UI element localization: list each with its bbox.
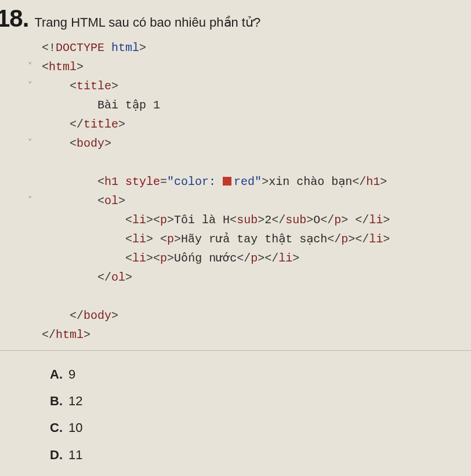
option-c[interactable]: C.10 <box>50 415 471 441</box>
option-value: 11 <box>68 448 82 462</box>
option-label: D. <box>50 448 63 462</box>
option-label: C. <box>50 420 63 435</box>
question-number: 18. <box>0 5 28 32</box>
code-line: <li> <p>Hãy rửa tay thật sạch</p></li> <box>42 230 471 249</box>
code-line: <body> <box>42 134 471 153</box>
code-line <box>42 287 471 306</box>
answer-options: A.9 B.12 C.10 D.11 <box>0 361 471 468</box>
code-line: <li><p>Tôi là H<sub>2</sub>O</p> </li> <box>42 210 471 230</box>
option-label: B. <box>50 394 63 408</box>
option-value: 10 <box>68 420 82 435</box>
code-line: Bài tập 1 <box>42 96 471 115</box>
option-d[interactable]: D.11 <box>50 442 471 468</box>
question-header: 18. Trang HTML sau có bao nhiêu phần tử? <box>0 0 471 38</box>
option-a[interactable]: A.9 <box>50 361 471 388</box>
code-line <box>42 153 471 172</box>
code-line: <ol> <box>42 191 471 210</box>
code-block: ˅ ˅ ˅ ˅ <!DOCTYPE html> <html> <title> B… <box>0 38 471 351</box>
code-line: <title> <box>42 77 471 96</box>
option-value: 9 <box>68 367 75 381</box>
chevron-down-icon: ˅ <box>28 134 38 153</box>
chevron-down-icon: ˅ <box>28 191 38 210</box>
option-b[interactable]: B.12 <box>50 388 471 415</box>
option-value: 12 <box>68 394 82 408</box>
question-text: Trang HTML sau có bao nhiêu phần tử? <box>34 10 260 30</box>
code-line: </title> <box>42 115 471 134</box>
code-line: <html> <box>42 57 471 77</box>
color-swatch-icon <box>223 177 231 186</box>
chevron-down-icon: ˅ <box>28 77 38 96</box>
code-line: <!DOCTYPE html> <box>42 38 471 57</box>
chevron-down-icon: ˅ <box>28 57 38 77</box>
code-line: </ol> <box>42 268 471 287</box>
fold-gutter: ˅ ˅ ˅ ˅ <box>28 38 38 210</box>
code-line: </html> <box>42 325 471 344</box>
code-line: <h1 style="color: red">xin chào bạn</h1> <box>42 172 471 191</box>
code-line: </body> <box>42 306 471 325</box>
option-label: A. <box>50 367 63 381</box>
code-line: <li><p>Uống nước</p></li> <box>42 249 471 268</box>
